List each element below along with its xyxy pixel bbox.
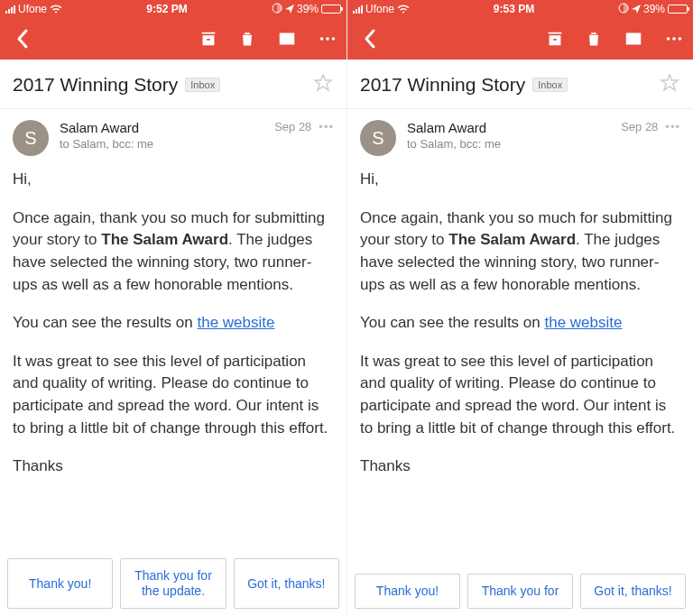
location-icon (285, 5, 294, 14)
message-menu-button[interactable]: ••• (319, 120, 334, 133)
battery-pct-label: 39% (643, 3, 665, 15)
website-link[interactable]: the website (197, 314, 274, 331)
award-name: The Salam Award (101, 231, 228, 248)
smart-replies: Thank you! Thank you for the update. Got… (0, 551, 346, 616)
wifi-icon (397, 5, 410, 14)
body-greeting: Hi, (13, 169, 334, 191)
svg-point-6 (672, 37, 676, 41)
signal-icon (353, 5, 363, 14)
status-bar: Ufone 9:53 PM 39% (347, 0, 693, 18)
avatar: S (13, 120, 49, 156)
body-paragraph-1: Once again, thank you so much for submit… (13, 207, 334, 297)
sender-to-line: to Salam, bcc: me (407, 137, 621, 151)
signal-icon (5, 5, 15, 14)
subject-row: 2017 Winning Story Inbox (0, 60, 346, 109)
toolbar (347, 18, 693, 60)
website-link[interactable]: the website (544, 314, 622, 331)
carrier-label: Ufone (365, 3, 394, 15)
orientation-icon (618, 3, 629, 16)
more-button[interactable] (318, 29, 337, 49)
email-screenshot-pane: Ufone 9:52 PM 39% 2017 Winning Story (0, 0, 346, 616)
svg-point-2 (326, 37, 329, 41)
svg-point-1 (320, 37, 324, 41)
subject-text: 2017 Winning Story (13, 74, 178, 96)
mark-unread-button[interactable] (623, 29, 644, 49)
svg-point-3 (332, 37, 336, 41)
back-button[interactable] (356, 28, 383, 50)
body-paragraph-2: You can see the results on the website (13, 312, 334, 335)
battery-icon (668, 5, 688, 14)
email-screenshot-pane: Ufone 9:53 PM 39% 2017 Winning Story (346, 0, 693, 616)
email-body: Hi, Once again, thank you so much for su… (0, 160, 346, 616)
status-bar: Ufone 9:52 PM 39% (0, 0, 346, 18)
inbox-badge[interactable]: Inbox (532, 78, 568, 92)
avatar: S (360, 120, 396, 156)
orientation-icon (272, 3, 282, 16)
location-icon (632, 5, 641, 14)
sender-name: Salam Award (60, 120, 274, 135)
sender-row[interactable]: S Salam Award to Salam, bcc: me Sep 28 •… (0, 109, 346, 160)
wifi-icon (50, 5, 62, 14)
body-signoff: Thanks (13, 455, 334, 478)
smart-replies: Thank you! Thank you for Got it, thanks! (347, 566, 693, 616)
message-date: Sep 28 (274, 120, 311, 133)
mark-unread-button[interactable] (276, 29, 298, 49)
star-button[interactable] (312, 72, 334, 97)
body-paragraph-3: It was great to see this level of partic… (360, 351, 680, 440)
smart-reply-2[interactable]: Thank you for (467, 574, 573, 609)
archive-button[interactable] (199, 29, 218, 49)
message-date: Sep 28 (621, 120, 658, 133)
body-signoff: Thanks (360, 455, 680, 478)
inbox-badge[interactable]: Inbox (185, 78, 220, 92)
body-paragraph-2: You can see the results on the website (360, 312, 680, 335)
battery-pct-label: 39% (297, 3, 319, 15)
message-menu-button[interactable]: ••• (665, 120, 680, 133)
star-button[interactable] (659, 72, 680, 97)
carrier-label: Ufone (18, 3, 47, 15)
svg-point-5 (667, 37, 670, 41)
sender-to-line: to Salam, bcc: me (60, 137, 274, 151)
smart-reply-3[interactable]: Got it, thanks! (580, 574, 686, 609)
back-button[interactable] (9, 28, 36, 50)
delete-button[interactable] (585, 29, 603, 49)
body-paragraph-3: It was great to see this level of partic… (13, 351, 334, 440)
toolbar (0, 18, 346, 60)
email-body: Hi, Once again, thank you so much for su… (347, 160, 693, 616)
body-greeting: Hi, (360, 169, 680, 191)
clock-label: 9:53 PM (410, 3, 618, 15)
subject-text: 2017 Winning Story (360, 74, 525, 96)
clock-label: 9:52 PM (62, 3, 272, 15)
smart-reply-3[interactable]: Got it, thanks! (234, 558, 339, 609)
battery-icon (321, 5, 341, 14)
svg-point-7 (679, 37, 682, 41)
smart-reply-1[interactable]: Thank you! (355, 574, 460, 609)
subject-row: 2017 Winning Story Inbox (347, 60, 693, 109)
archive-button[interactable] (545, 29, 565, 49)
award-name: The Salam Award (448, 231, 576, 248)
body-paragraph-1: Once again, thank you so much for submit… (360, 207, 680, 297)
smart-reply-2[interactable]: Thank you for the update. (120, 558, 226, 609)
delete-button[interactable] (238, 29, 256, 49)
sender-row[interactable]: S Salam Award to Salam, bcc: me Sep 28 •… (347, 109, 693, 160)
smart-reply-1[interactable]: Thank you! (7, 558, 113, 609)
sender-name: Salam Award (407, 120, 621, 135)
more-button[interactable] (664, 29, 684, 49)
